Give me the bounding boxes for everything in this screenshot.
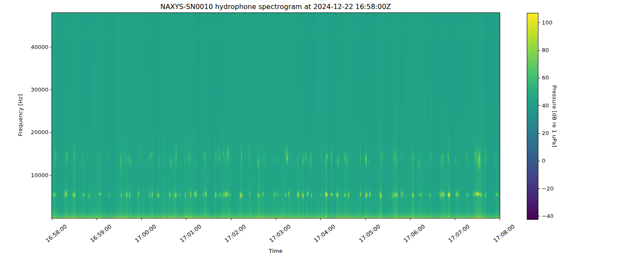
x-tick-label: 17:03:00 — [268, 223, 292, 244]
x-tick-label: 17:00:00 — [134, 223, 158, 244]
colorbar-tick-label: 100 — [542, 19, 553, 26]
x-tick-mark — [320, 218, 321, 220]
x-tick-label: 17:08:00 — [492, 223, 516, 244]
colorbar-tick-label: 60 — [542, 74, 549, 81]
colorbar-tick-mark — [538, 161, 540, 161]
colorbar-tick-mark — [538, 188, 540, 189]
x-tick-mark — [231, 218, 231, 220]
x-tick-mark — [276, 218, 276, 220]
colorbar-tick-mark — [538, 105, 540, 106]
y-tick-mark — [50, 89, 52, 90]
spectrogram-heatmap — [52, 13, 500, 218]
y-tick-mark — [50, 175, 52, 175]
x-tick-label: 17:07:00 — [447, 223, 471, 244]
x-tick-mark — [365, 218, 366, 220]
colorbar-tick-label: 20 — [542, 130, 549, 137]
colorbar-tick-mark — [538, 133, 540, 134]
colorbar-tick-mark — [538, 216, 540, 216]
x-tick-label: 16:58:00 — [44, 223, 68, 244]
plot-title: NAXYS-SN0010 hydrophone spectrogram at 2… — [160, 3, 391, 11]
x-tick-mark — [455, 218, 455, 220]
y-axis-label: Frequency [Hz] — [20, 115, 62, 122]
y-tick-label: 40000 — [31, 44, 49, 51]
x-tick-mark — [410, 218, 410, 220]
colorbar-tick-label: 40 — [542, 102, 549, 109]
x-tick-mark — [141, 218, 142, 220]
colorbar-tick-label: 0 — [542, 157, 545, 164]
colorbar-tick-mark — [538, 78, 540, 78]
y-tick-label: 30000 — [31, 86, 49, 93]
y-tick-mark — [50, 132, 52, 133]
colorbar-tick-mark — [538, 50, 540, 51]
y-tick-label: 10000 — [31, 172, 49, 179]
x-axis-label: Time — [269, 248, 283, 254]
y-tick-label: 20000 — [31, 129, 49, 136]
x-tick-label: 17:06:00 — [402, 223, 426, 244]
x-tick-mark — [500, 218, 500, 220]
x-tick-label: 17:05:00 — [358, 223, 381, 244]
colorbar-tick-label: −40 — [542, 213, 553, 220]
x-tick-label: 17:04:00 — [313, 223, 337, 244]
spectrogram-figure: NAXYS-SN0010 hydrophone spectrogram at 2… — [0, 0, 644, 258]
x-tick-label: 17:01:00 — [179, 223, 202, 244]
colorbar-gradient — [527, 13, 538, 219]
x-tick-label: 17:02:00 — [223, 223, 247, 244]
colorbar-tick-label: −20 — [542, 185, 553, 192]
x-tick-mark — [52, 218, 52, 220]
x-tick-mark — [186, 218, 186, 220]
colorbar-tick-mark — [538, 22, 540, 23]
colorbar-label: Pressure [dB re 1 uPa] — [554, 116, 616, 123]
x-tick-label: 16:59:00 — [89, 223, 112, 244]
x-tick-mark — [97, 218, 97, 220]
y-tick-mark — [50, 47, 52, 47]
colorbar-tick-label: 80 — [542, 47, 549, 54]
